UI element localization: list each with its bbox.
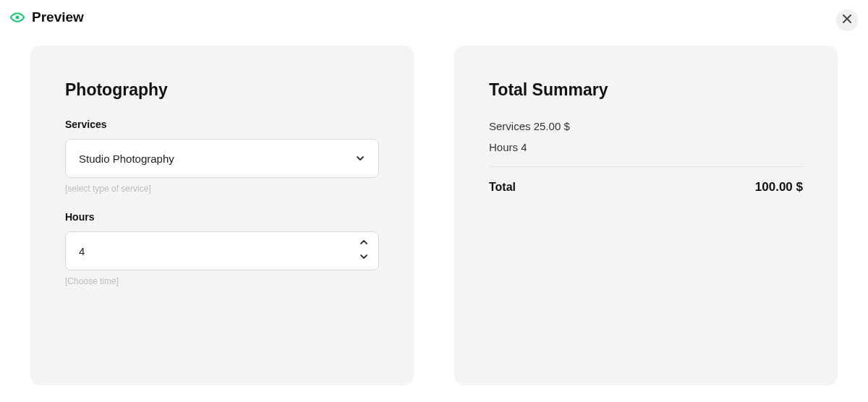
hours-value: 4 (79, 245, 357, 257)
svg-point-0 (16, 16, 20, 20)
close-button[interactable] (836, 9, 858, 31)
stepper-up-button[interactable] (357, 238, 371, 249)
form-panel: Photography Services Studio Photography … (30, 46, 414, 385)
panels-container: Photography Services Studio Photography … (0, 35, 868, 385)
hours-input[interactable]: 4 (65, 231, 379, 270)
summary-hours-line: Hours 4 (489, 141, 803, 153)
form-title: Photography (65, 80, 379, 100)
summary-title: Total Summary (489, 80, 803, 100)
services-hint: [select type of service] (65, 184, 379, 194)
preview-icon (10, 10, 25, 25)
page-title: Preview (32, 9, 84, 25)
hours-hint: [Choose time] (65, 276, 379, 286)
total-row: Total 100.00 $ (489, 180, 803, 194)
total-label: Total (489, 181, 516, 194)
total-amount: 100.00 $ (755, 180, 803, 194)
summary-divider (489, 166, 803, 167)
summary-services-line: Services 25.00 $ (489, 120, 803, 132)
summary-panel: Total Summary Services 25.00 $ Hours 4 T… (454, 46, 838, 385)
close-icon (842, 14, 852, 27)
chevron-down-icon (355, 153, 365, 163)
stepper-down-button[interactable] (357, 252, 371, 264)
services-label: Services (65, 119, 379, 130)
header: Preview (0, 0, 868, 35)
services-selected-value: Studio Photography (79, 153, 355, 165)
hours-stepper (357, 238, 371, 264)
chevron-up-icon (359, 237, 369, 250)
services-select[interactable]: Studio Photography (65, 139, 379, 178)
hours-label: Hours (65, 211, 379, 223)
chevron-down-icon (359, 252, 369, 265)
